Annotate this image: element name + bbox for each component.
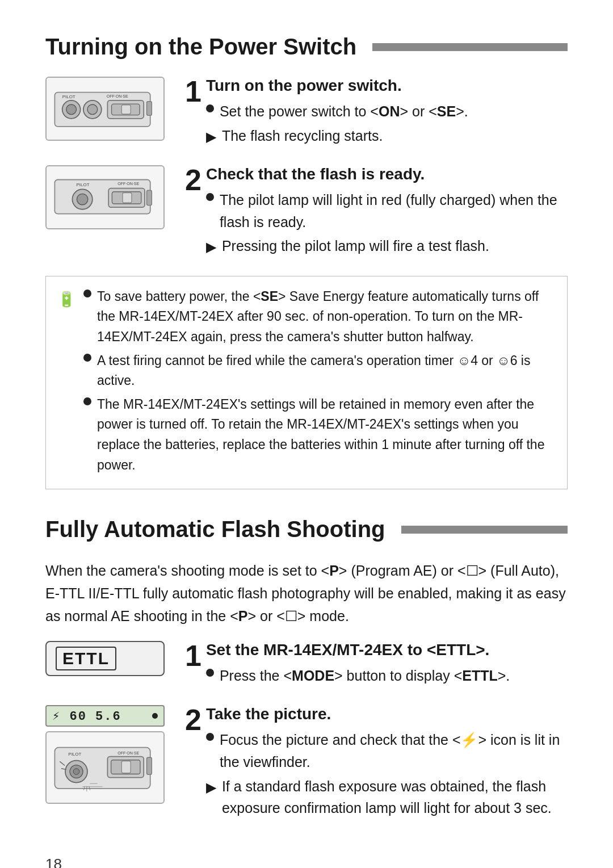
svg-point-2 [66, 104, 77, 115]
step1-number: 1 [185, 77, 201, 106]
svg-rect-30 [121, 761, 131, 773]
note-content: To save battery power, the <SE> Save Ene… [83, 287, 556, 479]
camera-illustration-1: PILOT OFF·ON·SE [45, 77, 165, 141]
section2: Fully Automatic Flash Shooting When the … [45, 517, 568, 821]
section2-step1: ETTL 1 Set the MR-14EX/MT-24EX to <ETTL>… [45, 641, 568, 689]
svg-text:OFF·ON·SE: OFF·ON·SE [117, 751, 139, 756]
s2-step2-body: Focus the picture and check that the <⚡>… [206, 729, 568, 819]
step2-arrow1: Pressing the pilot lamp will fire a test… [222, 235, 489, 257]
note-bullet-icon-3 [83, 397, 91, 405]
section1: Turning on the Power Switch PILOT [45, 34, 568, 489]
camera-illustration-2: PILOT OFF·ON·SE [45, 165, 165, 229]
note-bullet-2: A test firing cannot be fired while the … [83, 351, 556, 391]
step2-bullet1: The pilot lamp will light in red (fully … [220, 189, 568, 233]
s2-step2-title: Take the picture. [206, 705, 568, 723]
ettl-display: ETTL [45, 641, 165, 676]
lcd-text: ⚡ 60 5.6 [52, 708, 121, 724]
svg-text:PILOT: PILOT [68, 752, 81, 757]
note-text-1: To save battery power, the <SE> Save Ene… [97, 287, 556, 347]
lcd-dot [152, 713, 158, 719]
bullet-icon-2 [206, 193, 214, 201]
svg-point-25 [73, 769, 79, 775]
heading-bar-1 [372, 43, 568, 51]
camera-svg-2: PILOT OFF·ON·SE [52, 173, 158, 221]
step2-image-area: PILOT OFF·ON·SE [45, 165, 165, 235]
section1-step2: PILOT OFF·ON·SE 2 Check that th [45, 165, 568, 260]
ettl-label: ETTL [56, 647, 116, 670]
s2-step1-body: Press the <MODE> button to display <ETTL… [206, 665, 510, 687]
svg-rect-18 [123, 192, 132, 203]
step1-image-area: PILOT OFF·ON·SE [45, 77, 165, 146]
step1-arrow1: The flash recycling starts. [222, 125, 383, 147]
section2-intro: When the camera's shooting mode is set t… [45, 559, 568, 627]
s2-step1-bullet1: Press the <MODE> button to display <ETTL… [220, 665, 510, 687]
svg-text:OFF·ON·SE: OFF·ON·SE [107, 94, 128, 99]
s2-step2-content: 2 Take the picture. Focus the picture an… [185, 705, 568, 821]
s2-step1-content: 1 Set the MR-14EX/MT-24EX to <ETTL>. Pre… [185, 641, 568, 689]
svg-rect-31 [147, 757, 152, 774]
lcd-display: ⚡ 60 5.6 [45, 705, 165, 727]
s2-bullet-icon-2 [206, 733, 214, 741]
arrow-icon-1: ▶ [206, 126, 216, 147]
svg-rect-9 [121, 105, 131, 114]
arrow-icon-3: ▶ [206, 777, 216, 798]
step1-content: 1 Turn on the power switch. Set the powe… [185, 77, 568, 149]
bullet-icon [206, 104, 214, 112]
s2-step1-image: ETTL [45, 641, 165, 682]
s2-step2-image: ⚡ 60 5.6 PILOT OFF·ON·SE [45, 705, 165, 810]
step2-title: Check that the flash is ready. [206, 165, 568, 183]
camera-illustration-3: PILOT OFF·ON·SE [45, 731, 165, 804]
svg-point-5 [87, 104, 98, 115]
camera-svg-3: PILOT OFF·ON·SE [52, 739, 158, 796]
note-bullet-icon-2 [83, 354, 91, 362]
step1-body: Set the power switch to <ON> or <SE>. ▶ … [206, 100, 468, 147]
heading-bar-2 [401, 526, 568, 534]
camera-svg-1: PILOT OFF·ON·SE [52, 85, 158, 133]
note-text-2: A test firing cannot be fired while the … [97, 351, 556, 391]
svg-text:PILOT: PILOT [77, 182, 90, 187]
section1-title: Turning on the Power Switch [45, 34, 356, 60]
svg-point-15 [77, 194, 87, 204]
section2-heading: Fully Automatic Flash Shooting [45, 517, 568, 542]
svg-text:PILOT: PILOT [62, 94, 75, 99]
note-bullet-1: To save battery power, the <SE> Save Ene… [83, 287, 556, 347]
section2-step2: ⚡ 60 5.6 PILOT OFF·ON·SE [45, 705, 568, 821]
note-text-3: The MR-14EX/MT-24EX's settings will be r… [97, 395, 556, 476]
step1-bullet1: Set the power switch to <ON> or <SE>. [220, 100, 468, 123]
step2-number: 2 [185, 165, 201, 195]
note-box: 🔋 To save battery power, the <SE> Save E… [45, 276, 568, 490]
svg-rect-19 [147, 190, 152, 206]
svg-rect-10 [147, 102, 152, 116]
svg-text:/ | \: / | \ [83, 786, 91, 791]
s2-step2-bullet1: Focus the picture and check that the <⚡>… [220, 729, 568, 773]
step2-content: 2 Check that the flash is ready. The pil… [185, 165, 568, 260]
s2-step2-arrow1: If a standard flash exposure was obtaine… [222, 775, 568, 820]
page-number: 18 [45, 856, 568, 868]
s2-step1-title: Set the MR-14EX/MT-24EX to <ETTL>. [206, 641, 510, 659]
svg-text:OFF·ON·SE: OFF·ON·SE [117, 182, 139, 186]
section2-title: Fully Automatic Flash Shooting [45, 517, 385, 542]
section1-step1: PILOT OFF·ON·SE 1 [45, 77, 568, 149]
section1-heading: Turning on the Power Switch [45, 34, 568, 60]
note-bullet-3: The MR-14EX/MT-24EX's settings will be r… [83, 395, 556, 476]
note-bullet-icon-1 [83, 290, 91, 297]
s2-bullet-icon-1 [206, 669, 214, 677]
arrow-icon-2: ▶ [206, 236, 216, 257]
step2-body: The pilot lamp will light in red (fully … [206, 189, 568, 258]
note-icon: 🔋 [57, 288, 75, 311]
step1-title: Turn on the power switch. [206, 77, 468, 95]
s2-step2-number: 2 [185, 705, 201, 735]
s2-step1-number: 1 [185, 641, 201, 670]
